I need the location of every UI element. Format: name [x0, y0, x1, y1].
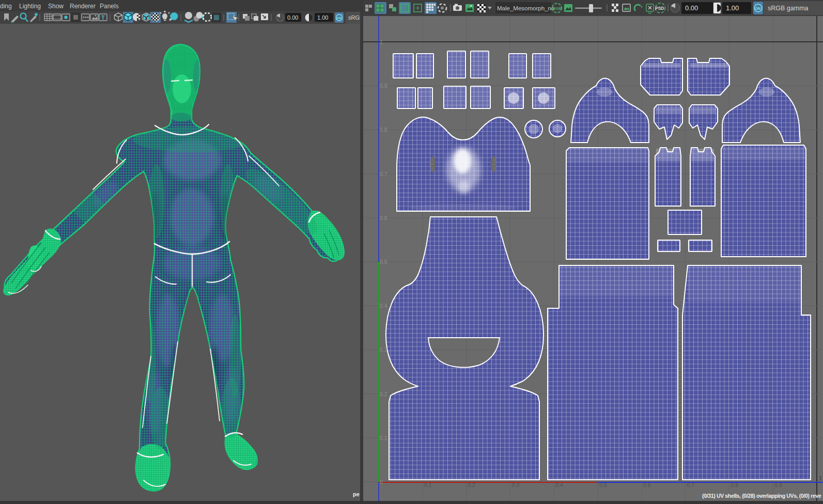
svg-text:0.3: 0.3	[380, 346, 387, 353]
svg-text:0: 0	[380, 479, 383, 485]
svg-text:ON: ON	[755, 7, 761, 10]
svg-text:1: 1	[380, 39, 383, 45]
svg-text:0.2: 0.2	[380, 391, 387, 397]
svg-text:0.7: 0.7	[380, 171, 387, 177]
svg-text:0.8: 0.8	[380, 127, 387, 133]
svg-text:0.5: 0.5	[380, 259, 387, 265]
svg-text:0.3: 0.3	[511, 482, 519, 488]
svg-text:0.4: 0.4	[555, 482, 563, 488]
svg-text:sRGB gamma: sRGB gamma	[768, 5, 809, 12]
svg-text:sRGE: sRGE	[348, 14, 360, 21]
svg-text:0.00: 0.00	[287, 14, 298, 21]
svg-text:RGB: RGB	[553, 6, 562, 11]
svg-text:PSD: PSD	[655, 6, 664, 11]
svg-text:0.6: 0.6	[643, 482, 651, 488]
svg-text:1.00: 1.00	[317, 14, 328, 21]
svg-text:1.00: 1.00	[726, 4, 739, 12]
svg-text:0.9: 0.9	[774, 482, 782, 488]
svg-text:ON: ON	[337, 17, 341, 20]
svg-text:0.4: 0.4	[380, 303, 387, 309]
svg-text:1: 1	[819, 475, 822, 481]
svg-text:Male_Mesomorph_no: Male_Mesomorph_no	[497, 5, 554, 11]
svg-text:0.2: 0.2	[468, 482, 476, 488]
svg-text:(0/31) UV shells, (0/28) overl: (0/31) UV shells, (0/28) overlapping UVs…	[702, 493, 821, 499]
svg-text:0.6: 0.6	[380, 215, 387, 221]
svg-text:0.7: 0.7	[687, 482, 695, 488]
svg-text:0.8: 0.8	[731, 482, 738, 488]
svg-text:0.1: 0.1	[380, 435, 387, 441]
svg-text:T: T	[101, 14, 105, 21]
svg-text:0.9: 0.9	[380, 83, 387, 89]
svg-text:0.1: 0.1	[424, 482, 432, 488]
svg-text:0.5: 0.5	[599, 482, 607, 488]
svg-text:0.00: 0.00	[685, 4, 698, 12]
